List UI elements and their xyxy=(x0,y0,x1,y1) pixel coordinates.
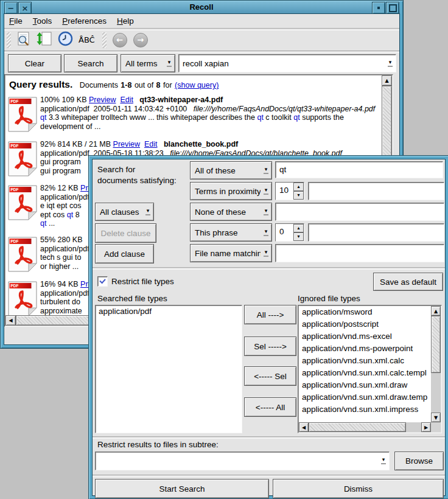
pdf-icon: PDF xyxy=(8,185,37,220)
scroll-down-icon[interactable]: ▼ xyxy=(431,413,441,422)
move-all-right-button[interactable]: All ----> xyxy=(244,305,296,324)
chevron-down-icon: ▾ xyxy=(164,60,175,67)
pdf-icon: PDF xyxy=(8,141,37,176)
scroll-up-icon[interactable]: ▲ xyxy=(431,306,441,316)
desktop: − × Recoll File Tools Preferences Help xyxy=(0,0,448,499)
ignored-vscrollbar[interactable]: ▲ ▼ xyxy=(431,306,441,422)
spin-up-icon[interactable]: ▴ xyxy=(293,183,304,191)
delete-clause-button[interactable]: Delete clause xyxy=(95,223,156,243)
chevron-down-icon: ▾ xyxy=(261,209,271,215)
preview-link[interactable]: Preview xyxy=(89,96,116,104)
chevron-down-icon[interactable]: ▾ xyxy=(378,458,389,464)
list-item[interactable]: application/vnd.sun.xml.draw xyxy=(299,379,431,391)
show-query-link[interactable]: (show query) xyxy=(175,81,219,89)
list-item[interactable]: application/vnd.sun.xml.draw.temp xyxy=(299,391,431,403)
toolbar-handle[interactable] xyxy=(7,32,11,48)
pdf-icon: PDF xyxy=(8,237,37,272)
clause-type-select-5[interactable]: File name matching ▾ xyxy=(190,244,272,262)
preview-link[interactable]: Preview xyxy=(113,140,140,148)
ignored-filetypes-label: Ignored file types xyxy=(298,294,360,303)
subtree-combo[interactable]: ▾ xyxy=(95,452,390,470)
clause-value-input-2[interactable] xyxy=(308,182,444,200)
clause-value-input-4[interactable] xyxy=(308,223,444,242)
ignored-filetypes-list[interactable]: application/msword application/postscrip… xyxy=(298,305,442,433)
result-filename: qt33-whitepaper-a4.pdf xyxy=(139,96,223,104)
conjunction-select[interactable]: All clauses ▾ xyxy=(95,203,154,221)
browse-button[interactable]: Browse xyxy=(394,452,444,470)
forward-icon[interactable]: → xyxy=(133,33,148,47)
list-item[interactable]: application/msword xyxy=(299,306,431,318)
list-item[interactable]: application/vnd.ms-powerpoint xyxy=(299,343,431,355)
phrase-slack-spinner[interactable]: 0 ▴▾ xyxy=(275,223,304,242)
list-item[interactable]: application/vnd.ms-excel xyxy=(299,330,431,343)
query-input[interactable]: recoll xapian ▾ xyxy=(178,54,396,72)
add-clause-button[interactable]: Add clause xyxy=(95,244,154,263)
pdf-icon: PDF xyxy=(8,97,37,132)
restrict-filetypes-checkbox[interactable] xyxy=(97,276,108,287)
clause-type-select-1[interactable]: All of these ▾ xyxy=(190,161,272,180)
menu-tools[interactable]: Tools xyxy=(33,16,52,26)
search-mode-select[interactable]: All terms ▾ xyxy=(121,54,175,72)
titlebar[interactable]: − × Recoll xyxy=(4,1,400,14)
subtree-label: Restrict results to files in subtree: xyxy=(97,440,219,449)
chevron-down-icon[interactable]: ▾ xyxy=(385,60,396,67)
dialog-content: Search for documents satisfying: All of … xyxy=(92,159,446,496)
results-title: Query results. xyxy=(9,79,72,89)
chevron-down-icon: ▾ xyxy=(261,188,271,195)
clause-value-input-1[interactable]: qt xyxy=(275,161,443,178)
menu-help[interactable]: Help xyxy=(117,16,134,26)
ignored-hscrollbar[interactable]: ◀ ▶ xyxy=(299,422,431,432)
spin-down-icon[interactable]: ▾ xyxy=(293,232,304,241)
toolbar-handle-2[interactable] xyxy=(102,32,107,48)
list-item[interactable]: application/postscript xyxy=(299,318,431,330)
maximize-button[interactable] xyxy=(386,2,399,14)
move-sel-left-button[interactable]: <----- Sel xyxy=(244,366,296,386)
clear-button[interactable]: Clear xyxy=(8,54,61,72)
proximity-spinner[interactable]: 10 ▴▾ xyxy=(275,182,304,200)
edit-link[interactable]: Edit xyxy=(144,140,158,148)
preview-doc-icon[interactable] xyxy=(16,31,32,49)
result-filename: blanchette_book.pdf xyxy=(164,140,238,148)
move-all-left-button[interactable]: <----- All xyxy=(244,397,296,417)
scroll-left-icon[interactable]: ◀ xyxy=(299,422,309,432)
clause-value-input-3[interactable] xyxy=(275,203,444,221)
searched-filetypes-list[interactable]: application/pdf xyxy=(95,305,242,433)
result-url: file:///y/home/FaqsAndDocs/qt/qt33-white… xyxy=(194,105,376,113)
start-search-button[interactable]: Start Search xyxy=(95,479,269,498)
svg-text:PDF: PDF xyxy=(11,239,19,243)
scroll-up-icon[interactable]: ▲ xyxy=(382,75,392,86)
list-item[interactable]: application/pdf xyxy=(96,305,242,318)
chevron-down-icon: ▾ xyxy=(142,209,153,215)
term-explorer-icon[interactable]: ÅBĈ xyxy=(79,35,95,44)
spin-up-icon[interactable]: ▴ xyxy=(293,224,304,232)
edit-link[interactable]: Edit xyxy=(120,96,133,104)
clause-type-select-3[interactable]: None of these ▾ xyxy=(190,203,272,221)
scroll-thumb[interactable] xyxy=(431,316,441,373)
clock-icon[interactable] xyxy=(58,31,73,49)
back-icon[interactable]: ← xyxy=(113,33,127,47)
scroll-thumb[interactable] xyxy=(309,422,406,432)
shade-button[interactable] xyxy=(372,2,385,14)
minimize-button[interactable]: − xyxy=(4,2,18,14)
dismiss-button[interactable]: Dismiss xyxy=(273,479,444,498)
result-row[interactable]: PDF 100% 109 KB Preview Edit qt33-whitep… xyxy=(8,96,382,131)
search-button[interactable]: Search xyxy=(64,54,117,72)
spin-down-icon[interactable]: ▾ xyxy=(293,191,304,200)
sort-doc-icon[interactable] xyxy=(37,31,52,49)
clause-type-select-2[interactable]: Terms in proximity ▾ xyxy=(190,182,272,200)
list-item[interactable]: application/vnd.sun.xml.impress xyxy=(299,403,431,416)
svg-text:PDF: PDF xyxy=(11,284,19,288)
save-as-default-button[interactable]: Save as default xyxy=(373,273,443,291)
list-item[interactable]: application/vnd.sun.xml.calc.templ xyxy=(299,367,431,379)
svg-text:PDF: PDF xyxy=(11,187,19,192)
scroll-right-icon[interactable]: ▶ xyxy=(421,422,431,432)
close-button[interactable]: × xyxy=(18,2,32,14)
clause-type-select-4[interactable]: This phrase ▾ xyxy=(190,223,272,242)
menu-file[interactable]: File xyxy=(9,16,23,26)
clause-value-input-5[interactable] xyxy=(275,244,444,262)
advanced-search-dialog: Search for documents satisfying: All of … xyxy=(88,155,448,499)
move-sel-right-button[interactable]: Sel -----> xyxy=(244,337,296,356)
menu-preferences[interactable]: Preferences xyxy=(62,16,107,26)
scroll-left-icon[interactable]: ◀ xyxy=(5,315,16,326)
list-item[interactable]: application/vnd.sun.xml.calc xyxy=(299,355,431,367)
